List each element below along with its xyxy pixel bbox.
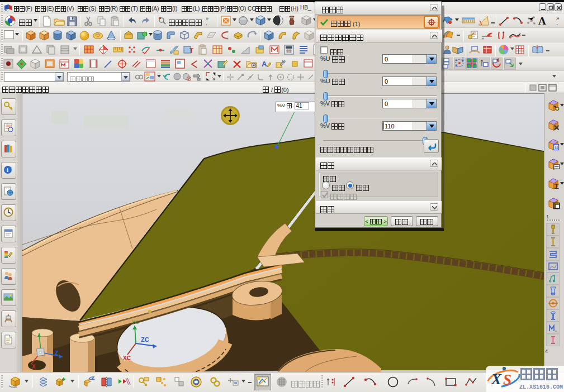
- svg-text:B: B: [555, 145, 558, 150]
- svg-text:10: 10: [282, 60, 286, 63]
- svg-text:S: S: [503, 371, 511, 388]
- svg-text:XC: XC: [123, 355, 131, 361]
- svg-text:YC: YC: [132, 319, 139, 325]
- svg-text:X: X: [491, 371, 502, 388]
- svg-text:X: X: [32, 364, 36, 370]
- svg-text:Z: Z: [55, 350, 58, 356]
- svg-text:A: A: [262, 60, 267, 68]
- svg-text:ZC: ZC: [141, 336, 149, 343]
- svg-text:i: i: [7, 166, 8, 173]
